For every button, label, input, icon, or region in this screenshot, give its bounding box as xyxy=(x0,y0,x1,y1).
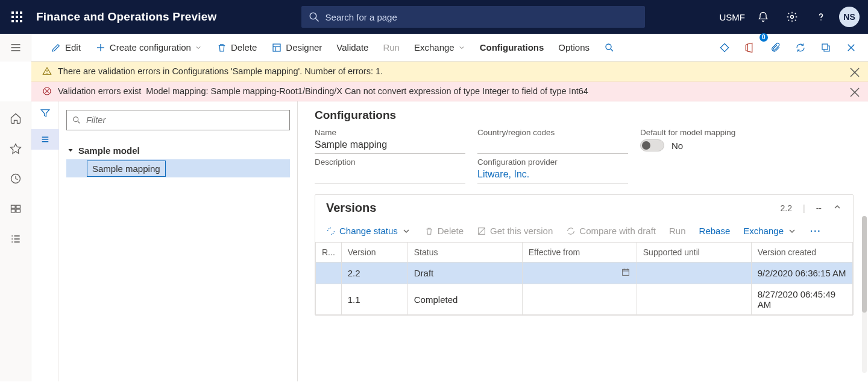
svg-rect-7 xyxy=(16,20,18,22)
cell-version: 2.2 xyxy=(341,262,407,284)
tree-node-child[interactable]: Sample mapping xyxy=(66,159,290,177)
svg-rect-8 xyxy=(20,20,22,22)
tree-node-root[interactable]: Sample model xyxy=(66,141,290,159)
svg-marker-37 xyxy=(10,144,20,154)
country-value[interactable] xyxy=(477,139,628,154)
col-status[interactable]: Status xyxy=(407,243,522,262)
scrollbar-thumb[interactable] xyxy=(862,216,867,313)
download-icon xyxy=(477,226,486,236)
body-area: Sample model Sample mapping Configuratio… xyxy=(0,101,868,381)
tree-filter-input[interactable] xyxy=(86,115,285,125)
name-value[interactable]: Sample mapping xyxy=(315,139,465,154)
cycle-icon xyxy=(326,226,336,236)
nav-rail xyxy=(0,101,31,381)
refresh-icon[interactable] xyxy=(788,36,813,60)
nav-hamburger-icon[interactable] xyxy=(0,34,31,62)
calendar-icon[interactable] xyxy=(621,267,631,279)
table-row[interactable]: 2.2Draft9/2/2020 06:36:15 AM xyxy=(316,262,853,284)
close-warning-icon[interactable] xyxy=(848,65,862,80)
app-launcher-icon[interactable] xyxy=(5,5,29,29)
versions-run-button: Run xyxy=(669,226,686,236)
versions-run-label: Run xyxy=(669,226,686,236)
global-search-input[interactable] xyxy=(326,12,638,22)
designer-label: Designer xyxy=(286,42,322,52)
compare-button: Compare with draft xyxy=(566,226,656,236)
settings-icon[interactable] xyxy=(779,4,805,30)
versions-exchange-label: Exchange xyxy=(743,226,784,236)
office-icon[interactable] xyxy=(738,36,762,60)
versions-dash: -- xyxy=(816,203,822,213)
nav-favorites-icon[interactable] xyxy=(4,139,28,158)
country-label: Country/region codes xyxy=(477,128,628,137)
create-configuration-button[interactable]: Create configuration xyxy=(88,42,209,53)
svg-point-21 xyxy=(606,44,611,49)
provider-link[interactable]: Litware, Inc. xyxy=(477,169,628,183)
field-country: Country/region codes xyxy=(477,128,628,154)
popout-icon[interactable] xyxy=(814,36,838,60)
list-view-icon[interactable] xyxy=(31,129,59,150)
delete-label: Delete xyxy=(231,42,257,52)
user-avatar[interactable]: NS xyxy=(839,7,860,27)
delete-button[interactable]: Delete xyxy=(209,42,264,53)
nav-workspaces-icon[interactable] xyxy=(4,199,28,218)
default-mapping-toggle[interactable] xyxy=(640,139,664,151)
edit-button[interactable]: Edit xyxy=(43,42,88,53)
svg-rect-6 xyxy=(11,20,14,22)
col-version[interactable]: Version xyxy=(341,243,407,262)
col-r[interactable]: R... xyxy=(316,243,342,262)
change-status-button[interactable]: Change status xyxy=(326,226,411,236)
cell-supported xyxy=(637,262,751,284)
nav-modules-icon[interactable] xyxy=(4,229,28,249)
configurations-tab[interactable]: Configurations xyxy=(473,42,552,52)
versions-card: Versions 2.2 | -- Change status xyxy=(315,194,854,316)
description-value[interactable] xyxy=(315,169,465,183)
notifications-icon[interactable] xyxy=(750,4,776,30)
cell-created: 9/2/2020 06:36:15 AM xyxy=(751,262,852,284)
tree-panel: Sample model Sample mapping xyxy=(59,101,298,381)
svg-marker-49 xyxy=(41,110,49,116)
cell-supported xyxy=(637,284,751,315)
nav-recent-icon[interactable] xyxy=(4,169,28,188)
collapse-versions-icon[interactable] xyxy=(832,202,842,214)
run-label: Run xyxy=(383,42,400,52)
col-created[interactable]: Version created xyxy=(751,243,852,262)
svg-rect-5 xyxy=(20,16,22,18)
edit-label: Edit xyxy=(65,42,81,52)
nav-home-icon[interactable] xyxy=(4,109,28,128)
svg-rect-41 xyxy=(11,209,15,212)
close-error-icon[interactable] xyxy=(848,85,862,100)
caret-down-icon xyxy=(66,147,75,154)
exchange-button[interactable]: Exchange xyxy=(407,42,473,52)
table-row[interactable]: 1.1Completed8/27/2020 06:45:49 AM xyxy=(316,284,853,315)
pencil-icon xyxy=(51,42,61,53)
validate-button[interactable]: Validate xyxy=(329,42,376,52)
versions-more-button[interactable]: ··· xyxy=(810,226,822,236)
close-page-icon[interactable] xyxy=(839,36,863,60)
chevron-down-icon xyxy=(401,226,411,236)
rebase-button[interactable]: Rebase xyxy=(699,226,731,236)
ribbon-search-icon[interactable] xyxy=(597,42,622,53)
provider-label: Configuration provider xyxy=(477,158,628,167)
plus-icon xyxy=(95,42,106,53)
col-effective[interactable]: Effective from xyxy=(522,243,637,262)
help-icon[interactable] xyxy=(808,4,834,30)
field-provider: Configuration provider Litware, Inc. xyxy=(477,158,628,183)
error-lead: Validation errors exist xyxy=(58,86,141,96)
attachments-icon[interactable]: 0 xyxy=(763,36,787,60)
options-tab[interactable]: Options xyxy=(551,42,597,52)
svg-point-29 xyxy=(46,73,47,74)
global-search[interactable] xyxy=(301,6,645,28)
designer-button[interactable]: Designer xyxy=(264,42,329,53)
cell-effective[interactable] xyxy=(522,284,637,315)
cell-effective[interactable] xyxy=(522,262,637,284)
company-code[interactable]: USMF xyxy=(720,12,746,22)
tree-filter[interactable] xyxy=(66,110,290,130)
warning-message-bar: There are validation errors in Configura… xyxy=(31,62,868,81)
col-supported[interactable]: Supported until xyxy=(637,243,751,262)
power-apps-icon[interactable] xyxy=(712,36,737,60)
versions-exchange-button[interactable]: Exchange xyxy=(743,226,797,236)
filter-pane-icon[interactable] xyxy=(40,107,51,121)
svg-rect-58 xyxy=(622,269,629,275)
chevron-down-icon xyxy=(787,226,797,236)
svg-point-11 xyxy=(791,16,794,19)
